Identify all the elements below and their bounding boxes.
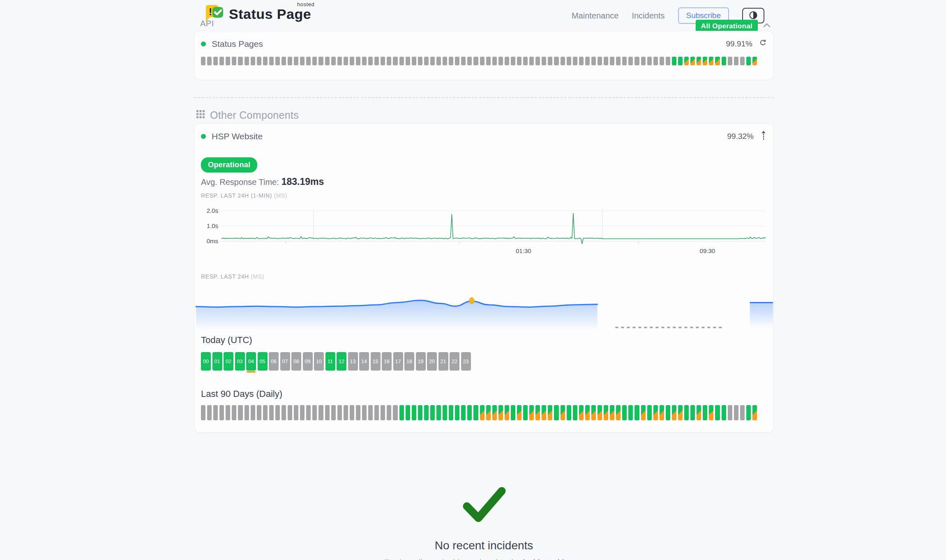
uptime-bar (257, 405, 261, 420)
app-title: Status Page hosted (229, 6, 311, 22)
uptime-bar (535, 405, 540, 420)
uptime-bar (424, 57, 429, 65)
uptime-bar (213, 405, 218, 420)
uptime-bar (412, 405, 416, 420)
hour-cell-00: 00 (201, 352, 211, 371)
uptime-bar (263, 405, 268, 420)
uptime-bar (467, 405, 472, 420)
uptime-bar (678, 57, 683, 65)
page-container: ! Status Page hosted Maintenance Inciden… (194, 0, 774, 560)
hour-cell-05: 05 (258, 352, 268, 371)
uptime-bar (567, 405, 571, 420)
no-incidents-title: No recent incidents (194, 539, 774, 552)
uptime-bar (281, 57, 286, 65)
uptime-bar (473, 57, 478, 65)
no-incidents-subtitle: To view all past incidents, head to the … (194, 558, 774, 560)
uptime-bar (561, 405, 565, 420)
collapse-up-arrow-icon[interactable] (760, 130, 767, 143)
uptime-bar (288, 405, 292, 420)
uptime-bar (467, 57, 472, 65)
uptime-bar (480, 405, 485, 420)
uptime-bar (232, 405, 236, 420)
chart2-label: RESP. LAST 24H (MS) (201, 273, 264, 280)
uptime-bar (628, 57, 633, 65)
uptime-bar (709, 57, 713, 65)
uptime-bar (207, 405, 212, 420)
uptime-bar (554, 57, 558, 65)
uptime-bar (610, 57, 614, 65)
hour-cell-06: 06 (269, 352, 279, 371)
nav-incidents[interactable]: Incidents (632, 11, 665, 21)
nav-maintenance[interactable]: Maintenance (572, 11, 619, 21)
hour-cell-14: 14 (359, 352, 369, 371)
uptime-bar (201, 405, 205, 420)
chevron-up-icon[interactable] (762, 22, 772, 31)
section-label-other-components: Other Components (196, 109, 299, 121)
refresh-icon[interactable] (759, 39, 767, 49)
logo: ! Status Page hosted (204, 3, 311, 25)
hour-cell-16: 16 (382, 352, 392, 371)
uptime-bar (219, 57, 224, 65)
uptime-bar (573, 405, 577, 420)
uptime-bar (709, 405, 713, 420)
uptime-bar (653, 405, 658, 420)
hour-cell-08: 08 (291, 352, 301, 371)
uptime-bar (647, 57, 652, 65)
component-row-status-pages[interactable]: Status Pages 99.91% (201, 37, 767, 51)
hour-cell-12: 12 (337, 352, 346, 371)
uptime-bar (752, 57, 757, 65)
hour-cell-09: 09 (303, 352, 313, 371)
component-row-hsp-website[interactable]: HSP Website 99.32% (201, 129, 767, 143)
uptime-bar (535, 57, 540, 65)
uptime-bar (455, 405, 459, 420)
uptime-bar (616, 57, 621, 65)
uptime-bar (511, 57, 515, 65)
uptime-bar (436, 405, 441, 420)
hour-cell-01: 01 (212, 352, 222, 371)
uptime-bar (740, 405, 745, 420)
uptime-bar (715, 405, 720, 420)
uptime-bar (350, 57, 354, 65)
uptime-bar (300, 57, 305, 65)
uptime-bar (226, 57, 230, 65)
uptime-bar (362, 57, 367, 65)
uptime-bars-last90 (201, 405, 757, 420)
uptime-bar (443, 405, 447, 420)
svg-text:1.0s: 1.0s (207, 222, 218, 229)
uptime-bar (666, 57, 670, 65)
uptime-bar (455, 57, 459, 65)
uptime-bar (591, 57, 596, 65)
uptime-bar (418, 57, 422, 65)
uptime-bar (461, 57, 466, 65)
hour-cell-07: 07 (280, 352, 290, 371)
response-time-line-chart: 2.0s1.0s0ms01:3009:30 (200, 205, 768, 263)
uptime-bar (585, 405, 590, 420)
uptime-bar (381, 57, 385, 65)
hour-cell-19: 19 (416, 352, 426, 371)
no-incidents-section: No recent incidents To view all past inc… (194, 485, 774, 560)
uptime-bar (554, 405, 558, 420)
uptime-bar (337, 405, 342, 420)
uptime-bar (703, 57, 707, 65)
uptime-bar (288, 57, 292, 65)
uptime-bar (449, 57, 453, 65)
uptime-bar (201, 57, 205, 65)
today-hour-cells: 0001020304050607080910111213141516171819… (201, 352, 471, 371)
uptime-bar (362, 405, 367, 420)
uptime-bar (734, 405, 738, 420)
uptime-bar (294, 57, 298, 65)
uptime-bar (344, 57, 348, 65)
uptime-bar (579, 405, 584, 420)
incidents-history-link[interactable]: incidents history (523, 558, 581, 560)
uptime-bar (387, 57, 391, 65)
uptime-bar (690, 57, 695, 65)
uptime-bar (492, 405, 497, 420)
uptime-bar (412, 57, 416, 65)
uptime-bar (312, 57, 317, 65)
uptime-bar (641, 57, 646, 65)
grid-icon (196, 109, 205, 121)
uptime-bar (715, 57, 720, 65)
uptime-bar (684, 57, 689, 65)
uptime-bar (542, 405, 546, 420)
uptime-bar (318, 57, 323, 65)
